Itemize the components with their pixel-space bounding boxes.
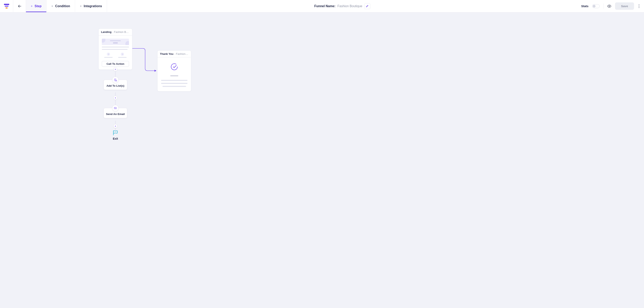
tab-condition-label: Condition — [55, 4, 70, 8]
node-title: Landing — [101, 30, 112, 33]
svg-rect-2 — [6, 7, 8, 8]
svg-rect-0 — [4, 4, 9, 5]
plus-icon: + — [51, 4, 53, 8]
pencil-icon — [366, 4, 369, 7]
page-thumbnail — [102, 39, 129, 58]
svg-point-6 — [638, 7, 640, 8]
tab-step[interactable]: + Step — [26, 0, 46, 12]
tab-integrations-label: Integrations — [84, 4, 102, 8]
svg-point-3 — [609, 5, 610, 6]
node-send-email[interactable]: Send An Email — [104, 108, 127, 118]
node-subtitle: - Fashion Boutiq… — [112, 30, 130, 33]
edit-funnel-name-button[interactable] — [364, 3, 370, 9]
plus-icon: + — [31, 4, 32, 8]
flag-icon — [112, 130, 118, 136]
more-menu-button[interactable] — [638, 4, 640, 8]
node-header: Thank You - Fashion Boutiq… — [158, 51, 191, 57]
node-add-to-list[interactable]: Add To List(s) — [104, 80, 127, 90]
kebab-icon — [638, 4, 640, 8]
tab-integrations[interactable]: + Integrations — [75, 0, 107, 12]
svg-point-4 — [638, 4, 640, 5]
funnel-name-value: Fashion Boutique — [337, 4, 362, 8]
tab-condition[interactable]: + Condition — [46, 0, 75, 12]
funnel-name-label: Funnel Name: — [314, 4, 336, 8]
mail-icon — [112, 105, 118, 111]
funnel-logo-icon — [4, 4, 9, 8]
arrow-left-icon — [17, 4, 22, 8]
add-step-button[interactable]: + — [114, 96, 118, 100]
eye-icon — [607, 4, 612, 8]
add-step-button[interactable]: + — [114, 124, 118, 128]
divider — [603, 3, 604, 9]
connectors-layer — [0, 12, 320, 172]
node-landing-page[interactable]: Landing - Fashion Boutiq… Call To Action — [98, 28, 132, 70]
funnel-canvas[interactable]: Landing - Fashion Boutiq… Call To Action… — [0, 12, 644, 308]
tab-step-label: Step — [34, 4, 42, 8]
node-subtitle: - Fashion Boutiq… — [174, 52, 189, 55]
back-button[interactable] — [13, 0, 26, 12]
app-logo — [0, 0, 13, 12]
checkmark-circle-icon — [170, 63, 178, 71]
plus-icon: + — [80, 4, 82, 8]
list-add-icon — [112, 77, 118, 83]
toolbar-right: Stats Save — [578, 0, 644, 12]
add-step-button[interactable]: + — [114, 67, 118, 71]
node-label: Send An Email — [106, 113, 125, 116]
node-body: Call To Action — [98, 35, 132, 70]
node-title: Thank You — [160, 52, 174, 55]
node-thank-you-page[interactable]: Thank You - Fashion Boutiq… — [157, 50, 191, 91]
node-header: Landing - Fashion Boutiq… — [98, 29, 132, 35]
top-toolbar: + Step + Condition + Integrations Funnel… — [0, 0, 644, 12]
preview-button[interactable] — [607, 4, 612, 8]
stats-toggle[interactable] — [592, 4, 600, 8]
cta-button[interactable]: Call To Action — [102, 61, 129, 67]
svg-rect-1 — [5, 5, 8, 7]
funnel-name-area: Funnel Name: Fashion Boutique — [107, 0, 578, 12]
node-label: Add To List(s) — [106, 84, 124, 87]
node-exit[interactable]: Exit — [109, 130, 122, 140]
svg-point-5 — [638, 6, 640, 6]
stats-label: Stats — [581, 4, 588, 8]
node-body — [158, 57, 191, 91]
save-button[interactable]: Save — [615, 2, 634, 10]
exit-label: Exit — [109, 137, 122, 140]
